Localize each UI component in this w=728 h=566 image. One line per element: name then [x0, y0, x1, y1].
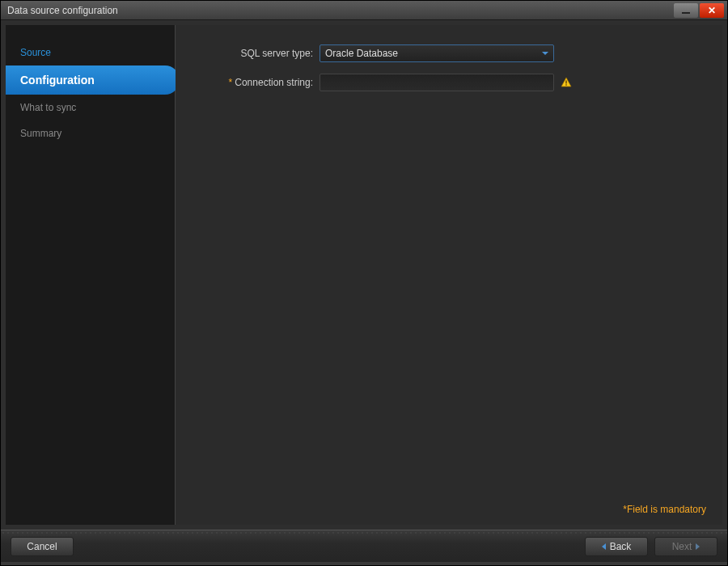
- cancel-button[interactable]: Cancel: [11, 537, 74, 556]
- row-sql-server-type: SQL server type: Oracle Database: [198, 44, 700, 62]
- warning-icon: [561, 77, 572, 88]
- close-button[interactable]: ✕: [700, 3, 724, 18]
- row-connection-string: *Connection string:: [198, 74, 700, 91]
- svg-rect-1: [565, 81, 566, 84]
- titlebar: Data source configuration ✕: [1, 1, 727, 20]
- sql-server-type-value: Oracle Database: [325, 48, 398, 59]
- sidebar-item-what-to-sync[interactable]: What to sync: [6, 95, 175, 120]
- sidebar-item-source[interactable]: Source: [6, 40, 175, 65]
- next-button-label: Next: [672, 541, 692, 552]
- window-title: Data source configuration: [7, 5, 672, 16]
- chevron-left-icon: [602, 543, 606, 550]
- sql-server-type-label: SQL server type:: [198, 48, 320, 59]
- mandatory-asterisk: *: [229, 77, 233, 88]
- sidebar-item-summary[interactable]: Summary: [6, 120, 175, 146]
- footer: Cancel Back Next: [1, 530, 727, 562]
- next-button[interactable]: Next: [654, 537, 717, 556]
- content-pane: SQL server type: Oracle Database *Connec…: [176, 25, 722, 525]
- window-body: Source Configuration What to sync Summar…: [1, 20, 727, 530]
- minimize-button[interactable]: [674, 3, 698, 18]
- connection-string-label: *Connection string:: [198, 77, 320, 88]
- back-button[interactable]: Back: [585, 537, 648, 556]
- window-controls: ✕: [672, 3, 724, 18]
- sql-server-type-select[interactable]: Oracle Database: [320, 44, 554, 62]
- chevron-down-icon: [542, 52, 548, 55]
- back-button-label: Back: [610, 541, 632, 552]
- mandatory-note: *Field is mandatory: [623, 504, 706, 515]
- wizard-sidebar: Source Configuration What to sync Summar…: [6, 25, 176, 525]
- connection-string-input[interactable]: [320, 74, 554, 91]
- connection-string-label-text: Connection string:: [235, 77, 313, 88]
- svg-rect-2: [565, 84, 566, 85]
- sidebar-item-configuration[interactable]: Configuration: [6, 65, 180, 95]
- chevron-right-icon: [696, 543, 700, 550]
